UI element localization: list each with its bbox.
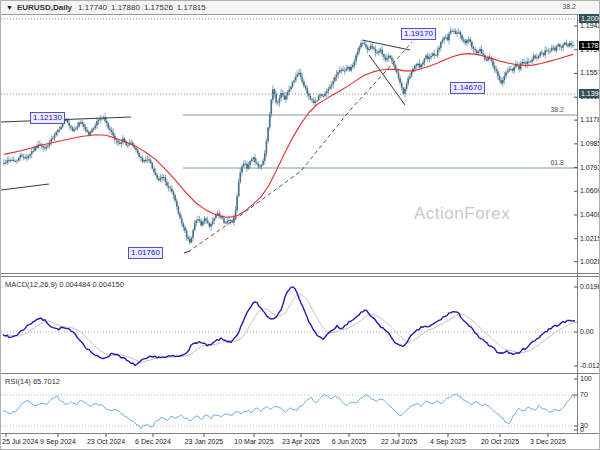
date-axis-label: 10 Mar 2025 xyxy=(234,438,273,445)
price-axis-tick: 1.06005 xyxy=(580,187,600,195)
price-axis-tick: 1.04080 xyxy=(580,211,600,219)
price-axis-tick: 1.00285 xyxy=(580,258,600,266)
price-axis-tick: 1.15575 xyxy=(580,69,600,77)
price-axis-tick: 1.02155 xyxy=(580,235,600,243)
rsi-indicator-label: RSI(14) 65.7012 xyxy=(5,377,60,386)
moving-average-line xyxy=(4,54,573,218)
macd-lines xyxy=(1,287,578,366)
price-axis-tick: 1.09855 xyxy=(580,140,600,148)
indicator-axis-label: 70 xyxy=(580,391,588,399)
fibonacci-lines[interactable] xyxy=(183,115,577,168)
indicator-axis-label: 0 xyxy=(580,426,584,434)
rsi-line xyxy=(1,394,577,429)
symbol-label: EURUSD,Daily xyxy=(17,3,72,12)
price-axis-tick: 1.07930 xyxy=(580,164,600,172)
chart-canvas[interactable] xyxy=(1,1,600,450)
date-axis-label: 6 Jun 2025 xyxy=(332,438,367,445)
close-value: 1.17815 xyxy=(177,3,206,12)
collapse-icon[interactable]: ▼ xyxy=(6,1,13,14)
indicator-axis-label: 100 xyxy=(580,375,592,383)
chart-object-label[interactable]: 1.01760 xyxy=(128,247,163,259)
date-axis-label: 9 Sep 2024 xyxy=(40,438,76,445)
fib-level-label: 38.2 xyxy=(558,3,576,10)
axis-tick-marks xyxy=(6,26,578,437)
open-value: 1.17740 xyxy=(78,3,107,12)
price-badge-level: 1.13900 xyxy=(579,89,600,98)
key-level-lines xyxy=(1,19,577,94)
macd-indicator-label: MACD(12,26,9) 0.004484 0.004150 xyxy=(5,280,124,289)
chart-object-label[interactable]: 1.12130 xyxy=(30,112,65,124)
price-badge-level: 1.20000 xyxy=(579,14,600,23)
date-axis-label: 23 Apr 2025 xyxy=(282,438,320,445)
price-badge-current: 1.17815 xyxy=(579,41,600,50)
chart-header: ▼EURUSD,Daily1.177401.178801.175261.1781… xyxy=(1,1,600,15)
date-axis-label: 20 Oct 2025 xyxy=(481,438,519,445)
trendline-objects[interactable] xyxy=(1,40,412,253)
watermark: ActionForex xyxy=(414,204,510,224)
fib-level-label: 61.8 xyxy=(546,159,564,166)
fib-level-label: 38.2 xyxy=(546,106,564,113)
price-axis-tick: 1.11780 xyxy=(580,116,600,124)
chart-object-label[interactable]: 1.19170 xyxy=(401,28,436,40)
date-axis-label: 3 Dec 2025 xyxy=(530,438,566,445)
date-axis-label: 6 Dec 2024 xyxy=(135,438,171,445)
ohlc-readout: 1.177401.178801.175261.17815 xyxy=(78,3,210,12)
date-axis-label: 25 Jul 2024 xyxy=(2,438,38,445)
chart-window: ▼EURUSD,Daily1.177401.178801.175261.1781… xyxy=(0,0,600,450)
date-axis-label: 4 Sep 2025 xyxy=(430,438,466,445)
indicator-axis-label: 0.00 xyxy=(580,328,594,336)
price-axis-tick: 1.19425 xyxy=(580,22,600,30)
indicator-axis-label: 0.019679 xyxy=(580,283,600,291)
date-axis-label: 23 Jan 2025 xyxy=(185,438,224,445)
low-value: 1.17526 xyxy=(144,3,173,12)
date-axis-label: 22 Jul 2025 xyxy=(381,438,417,445)
chart-object-label[interactable]: 1.14670 xyxy=(450,82,485,94)
date-axis-label: 23 Oct 2024 xyxy=(87,438,125,445)
indicator-axis-label: -0.012552 xyxy=(580,362,600,370)
high-value: 1.17880 xyxy=(111,3,140,12)
